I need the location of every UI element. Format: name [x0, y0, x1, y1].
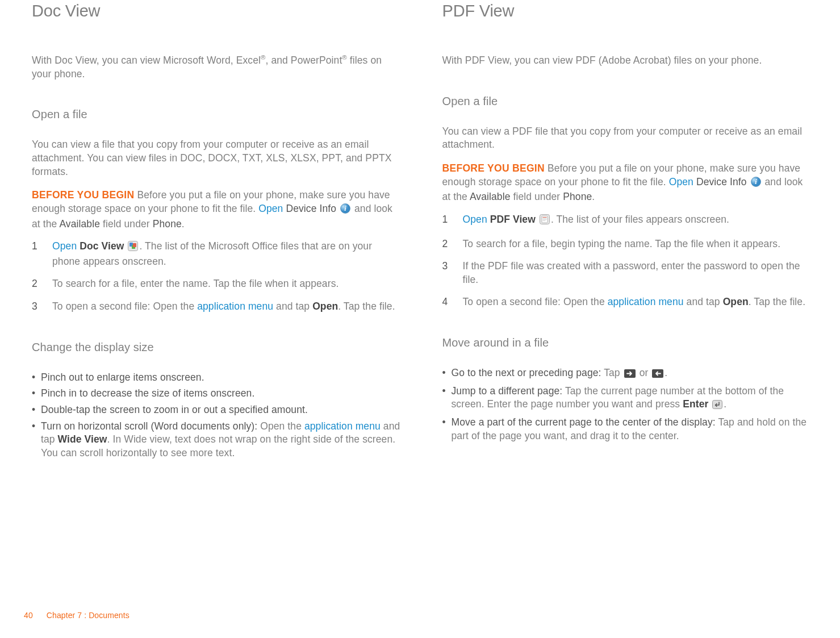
app-menu-link[interactable]: application menu [608, 296, 684, 307]
step-number: 3 [442, 260, 463, 286]
open-bold: Open [723, 296, 749, 307]
arrow-left-icon [652, 368, 663, 382]
step-text: . Tap the file. [338, 301, 395, 312]
bullet-lead: Go to the next or preceding page: [452, 367, 604, 378]
pdf-view-icon [540, 214, 550, 228]
svg-text:i: i [344, 205, 346, 212]
before-label: BEFORE YOU BEGIN [32, 189, 134, 201]
step-3: 3 If the PDF file was created with a pas… [442, 260, 813, 286]
bullet-text: Double-tap the screen to zoom in or out … [41, 403, 403, 417]
bullet-text: Jump to a different page: Tap the curren… [452, 385, 813, 413]
step-2: 2 To search for a file, begin typing the… [442, 237, 813, 251]
device-info-icon: i [751, 177, 761, 191]
open-file-heading: Open a file [32, 107, 403, 122]
svg-text:i: i [755, 178, 757, 186]
step-number: 2 [32, 277, 52, 291]
list-item: Jump to a different page: Tap the curren… [442, 385, 813, 413]
text: . [724, 398, 726, 410]
open-file-heading: Open a file [442, 94, 813, 109]
open-link[interactable]: Open [258, 203, 283, 214]
bullet-text: Turn on horizontal scroll (Word document… [41, 420, 403, 460]
step-1: 1 Open PDF View . The list of your files… [442, 213, 813, 228]
device-info-text: Device Info [286, 203, 336, 214]
intro-text-2: , and PowerPoint [265, 55, 342, 66]
bullet-text: Pinch in to decrease the size of items o… [41, 387, 403, 401]
enter-key-icon [712, 399, 722, 413]
bullet-text: Pinch out to enlarge items onscreen. [41, 371, 403, 385]
available-text: Available [470, 191, 511, 202]
arrow-right-icon [624, 368, 636, 382]
display-bullets: Pinch out to enlarge items onscreen. Pin… [32, 371, 403, 460]
list-item: Turn on horizontal scroll (Word document… [32, 420, 403, 460]
open-link[interactable]: Open [463, 214, 487, 225]
bullet-text: Move a part of the current page to the c… [452, 416, 813, 443]
period: . [592, 191, 595, 202]
page-number: 40 [24, 611, 33, 620]
pdf-view-title: PDF View [442, 0, 813, 22]
step-4: 4 To open a second file: Open the applic… [442, 295, 813, 309]
phone-text: Phone [563, 191, 592, 202]
step-text: . The list of your files appears onscree… [551, 214, 729, 225]
step-body: Open PDF View . The list of your files a… [463, 213, 813, 228]
list-item: Double-tap the screen to zoom in or out … [32, 403, 403, 417]
doc-view-icon [128, 241, 138, 255]
chapter-label: Chapter 7 : Documents [47, 611, 129, 620]
phone-text: Phone [153, 218, 182, 230]
open-file-desc: You can view a file that you copy from y… [32, 138, 403, 178]
before-label: BEFORE YOU BEGIN [442, 162, 545, 174]
enter-bold: Enter [683, 398, 708, 410]
step-number: 4 [442, 295, 463, 309]
step-number: 1 [442, 213, 463, 228]
list-item: Move a part of the current page to the c… [442, 416, 813, 443]
step-body: Open Doc View . The list of the Microsof… [52, 240, 403, 268]
before-text-3: field under [100, 218, 153, 230]
svg-rect-5 [133, 243, 136, 247]
bullet-lead: Turn on horizontal scroll (Word document… [41, 420, 260, 432]
list-item: Pinch out to enlarge items onscreen. [32, 371, 403, 385]
step-3: 3 To open a second file: Open the applic… [32, 300, 403, 314]
step-text: and tap [273, 301, 312, 312]
before-text-3: field under [511, 191, 563, 202]
text: or [637, 367, 651, 378]
pdf-view-bold: PDF View [490, 214, 536, 225]
open-file-desc: You can view a PDF file that you copy fr… [442, 125, 813, 152]
before-you-begin-para: BEFORE YOU BEGIN Before you put a file o… [32, 189, 403, 231]
doc-view-bold: Doc View [80, 240, 124, 252]
step-body: To open a second file: Open the applicat… [52, 300, 403, 314]
intro-text-1: With Doc View, you can view Microsoft Wo… [32, 55, 261, 66]
step-body: If the PDF file was created with a passw… [463, 260, 813, 286]
open-bold: Open [312, 301, 338, 312]
step-number: 3 [32, 300, 52, 314]
step-text: and tap [684, 296, 723, 307]
bullet-text: Go to the next or preceding page: Tap or… [452, 366, 813, 382]
text: Open the [260, 420, 304, 432]
step-text: To open a second file: Open the [463, 296, 608, 307]
steps-list: 1 Open PDF View . The list of your files… [442, 213, 813, 309]
list-item: Pinch in to decrease the size of items o… [32, 387, 403, 401]
doc-view-section: Doc View With Doc View, you can view Mic… [32, 0, 403, 462]
steps-list: 1 Open Doc View . The list of the Micros… [32, 240, 403, 314]
pdf-view-intro: With PDF View, you can view PDF (Adobe A… [442, 54, 813, 68]
app-menu-link[interactable]: application menu [197, 301, 273, 312]
device-info-icon: i [340, 203, 350, 218]
step-body: To open a second file: Open the applicat… [463, 295, 813, 309]
doc-view-title: Doc View [32, 0, 403, 22]
svg-rect-13 [542, 220, 545, 221]
text: Tap [604, 367, 622, 378]
device-info-text: Device Info [696, 176, 747, 187]
step-2: 2 To search for a file, enter the name. … [32, 277, 403, 291]
svg-rect-16 [713, 401, 722, 409]
step-text: To open a second file: Open the [52, 301, 197, 312]
change-display-heading: Change the display size [32, 340, 403, 355]
doc-view-intro: With Doc View, you can view Microsoft Wo… [32, 54, 403, 81]
app-menu-link[interactable]: application menu [304, 420, 381, 432]
available-text: Available [59, 218, 100, 230]
svg-rect-12 [542, 219, 546, 220]
bullet-lead: Jump to a different page: [452, 385, 565, 397]
step-body: To search for a file, begin typing the n… [463, 237, 813, 251]
bullet-lead: Move a part of the current page to the c… [452, 416, 718, 428]
reg-mark: ® [342, 54, 346, 61]
move-around-heading: Move around in a file [442, 335, 813, 351]
open-link[interactable]: Open [52, 240, 77, 252]
open-link[interactable]: Open [669, 176, 693, 187]
